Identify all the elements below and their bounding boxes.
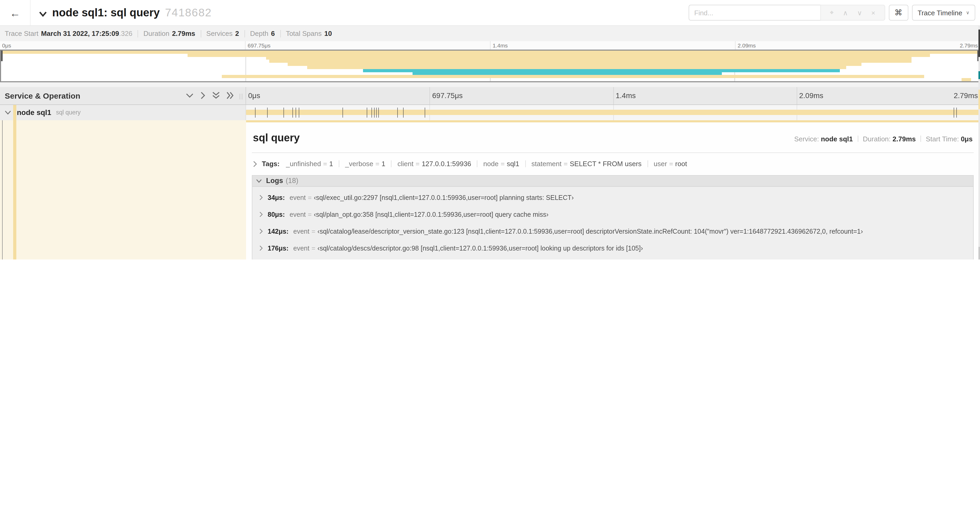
ruler-gridline bbox=[797, 87, 797, 104]
trace-meta-item: Total Spans10 bbox=[286, 30, 332, 37]
log-marker-tick[interactable] bbox=[397, 107, 398, 117]
trace-meta-label: Trace Start bbox=[5, 30, 38, 37]
tag-separator bbox=[477, 160, 477, 167]
log-marker-tick[interactable] bbox=[342, 107, 343, 117]
span-row[interactable]: node sql1 sql query bbox=[0, 105, 980, 120]
target-icon[interactable]: ⌖ bbox=[830, 8, 834, 17]
log-row[interactable]: 80μs:event=‹sql/plan_opt.go:358 [nsql1,c… bbox=[252, 206, 973, 223]
tag-item: client=127.0.0.1:59936 bbox=[398, 160, 471, 168]
log-row[interactable]: 189μs:event=‹sql/catalog/lease/descripto… bbox=[252, 257, 973, 260]
log-field-value: ‹sql/exec_util.go:2297 [nsql1,client=127… bbox=[314, 194, 574, 201]
log-field-key: event bbox=[290, 194, 305, 201]
log-marker-tick[interactable] bbox=[367, 107, 367, 117]
clear-icon[interactable]: × bbox=[871, 9, 875, 17]
meta-separator bbox=[200, 30, 201, 37]
log-marker-tick[interactable] bbox=[374, 107, 374, 117]
tag-equals: = bbox=[562, 160, 570, 168]
trace-title-group: node sql1: sql query 7418682 bbox=[39, 6, 212, 19]
keyboard-shortcuts-button[interactable]: ⌘ bbox=[889, 5, 908, 21]
minimap-span-bar bbox=[413, 72, 722, 75]
scroll-strip-mark bbox=[978, 30, 980, 57]
span-duration-bar[interactable] bbox=[246, 110, 980, 115]
log-marker-tick[interactable] bbox=[954, 107, 954, 117]
tag-item: _unfinished=1 bbox=[286, 160, 333, 168]
minimap-tick-label: 1.4ms bbox=[493, 42, 508, 48]
service-operation-header: Service & Operation || bbox=[0, 87, 246, 104]
expand-deep-icon[interactable] bbox=[227, 92, 234, 99]
log-field-equals: = bbox=[306, 194, 314, 201]
log-marker-tick[interactable] bbox=[376, 107, 377, 117]
span-row-timeline[interactable] bbox=[246, 105, 980, 120]
logs-header[interactable]: Logs (18) bbox=[252, 176, 973, 187]
tags-label: Tags: bbox=[262, 160, 280, 168]
scroll-strip-mark bbox=[978, 89, 980, 109]
collapse-all-icon[interactable] bbox=[186, 93, 193, 98]
span-color-accent bbox=[13, 105, 16, 120]
minimap-span-bar bbox=[363, 69, 840, 72]
expand-one-icon[interactable] bbox=[200, 92, 205, 99]
tags-chevron-right-icon[interactable] bbox=[253, 161, 257, 167]
tags-row[interactable]: Tags: _unfinished=1_verbose=1client=127.… bbox=[252, 153, 974, 175]
column-resizer-grip[interactable]: || bbox=[239, 92, 243, 100]
log-marker-tick[interactable] bbox=[255, 107, 256, 117]
back-button[interactable]: ← bbox=[0, 0, 30, 25]
minimap-left-scrubber[interactable] bbox=[1, 51, 3, 61]
trace-meta-label: Services bbox=[206, 30, 232, 37]
tag-equals: = bbox=[498, 160, 507, 168]
log-chevron-right-icon[interactable] bbox=[259, 228, 263, 234]
trace-meta-value: 6 bbox=[271, 30, 275, 37]
detail-meta-value: node sql1 bbox=[821, 135, 853, 143]
find-input[interactable] bbox=[688, 5, 820, 21]
logs-chevron-down-icon[interactable] bbox=[256, 179, 262, 183]
logs-block: Logs (18) 34μs:event=‹sql/exec_util.go:2… bbox=[252, 175, 974, 260]
trace-meta-label: Depth bbox=[250, 30, 268, 37]
log-chevron-right-icon[interactable] bbox=[259, 195, 263, 200]
log-marker-tick[interactable] bbox=[378, 107, 379, 117]
tag-separator bbox=[647, 160, 648, 167]
window-scroll-strip[interactable] bbox=[978, 25, 980, 260]
log-marker-tick[interactable] bbox=[403, 107, 404, 117]
log-marker-tick[interactable] bbox=[283, 107, 284, 117]
log-marker-tick[interactable] bbox=[299, 107, 299, 117]
trace-minimap[interactable] bbox=[0, 50, 980, 82]
minimap-tick-label: 697.75μs bbox=[248, 42, 270, 48]
service-operation-title: Service & Operation bbox=[5, 91, 80, 100]
caret-up-icon[interactable]: ∧ bbox=[843, 9, 848, 17]
log-chevron-right-icon[interactable] bbox=[259, 245, 263, 251]
ruler-gridline bbox=[245, 41, 245, 50]
tag-equals: = bbox=[413, 160, 422, 168]
detail-meta-label: Start Time: bbox=[926, 135, 961, 143]
tag-separator bbox=[525, 160, 525, 167]
span-row-name-column[interactable]: node sql1 sql query bbox=[0, 105, 246, 120]
span-collapse-chevron-icon[interactable] bbox=[5, 110, 11, 115]
log-row[interactable]: 142μs:event=‹sql/catalog/lease/descripto… bbox=[252, 223, 973, 240]
trace-view-selector[interactable]: Trace Timeline ∨ bbox=[912, 5, 975, 21]
log-chevron-right-icon[interactable] bbox=[259, 211, 263, 217]
log-marker-tick[interactable] bbox=[267, 107, 268, 117]
log-field-equals: = bbox=[306, 211, 314, 218]
collapse-deep-icon[interactable] bbox=[212, 92, 220, 99]
meta-separator bbox=[244, 30, 245, 37]
trace-meta-suffix: .326 bbox=[119, 30, 132, 37]
log-marker-tick[interactable] bbox=[293, 107, 293, 117]
minimap-span-bar bbox=[307, 66, 846, 69]
trace-view-selector-label: Trace Timeline bbox=[918, 9, 963, 17]
caret-down-icon[interactable]: ∨ bbox=[857, 9, 862, 17]
log-marker-tick[interactable] bbox=[371, 107, 372, 117]
tag-item: _verbose=1 bbox=[345, 160, 385, 168]
title-chevron-down-icon[interactable] bbox=[39, 10, 47, 19]
tag-value: SELECT * FROM users bbox=[570, 160, 642, 168]
tag-key: statement bbox=[531, 160, 562, 168]
meta-separator bbox=[138, 30, 138, 37]
log-timestamp: 142μs: bbox=[268, 228, 288, 235]
log-row[interactable]: 176μs:event=‹sql/catalog/descs/descripto… bbox=[252, 240, 973, 257]
log-row[interactable]: 34μs:event=‹sql/exec_util.go:2297 [nsql1… bbox=[252, 189, 973, 206]
scroll-strip-mark bbox=[978, 247, 980, 260]
log-field-equals: = bbox=[309, 228, 317, 235]
log-marker-tick[interactable] bbox=[425, 107, 425, 117]
log-marker-tick[interactable] bbox=[296, 107, 296, 117]
trace-meta-item: Depth6 bbox=[250, 30, 275, 37]
log-field-value: ‹sql/catalog/lease/descriptor_version_st… bbox=[317, 228, 863, 235]
log-marker-tick[interactable] bbox=[956, 107, 957, 117]
trace-meta-bar: Trace StartMarch 31 2022, 17:25:09.326Du… bbox=[0, 25, 980, 41]
